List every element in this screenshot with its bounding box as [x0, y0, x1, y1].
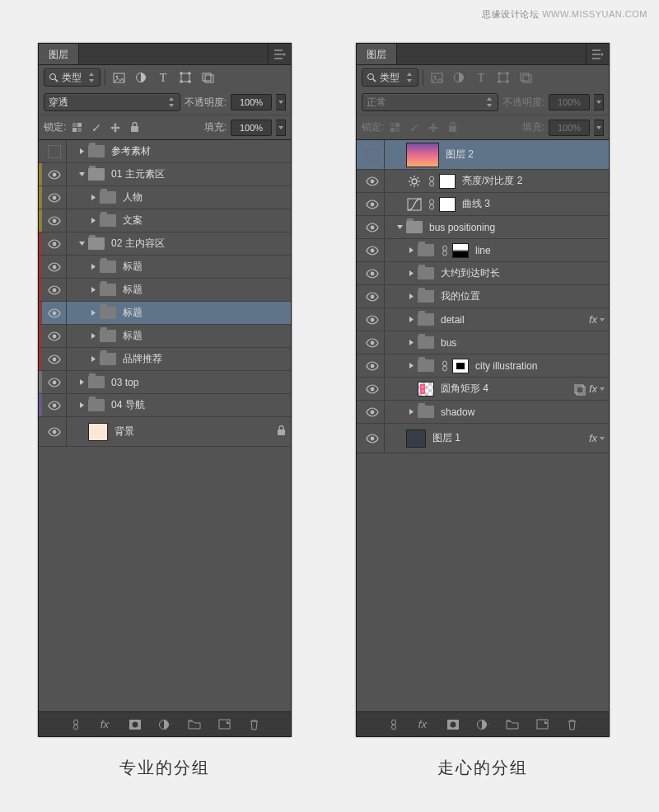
- layer-row[interactable]: 品牌推荐: [39, 348, 291, 371]
- layer-name[interactable]: shadow: [441, 406, 609, 418]
- disclosure-icon[interactable]: [88, 217, 98, 224]
- disclosure-icon[interactable]: [77, 240, 86, 247]
- filter-image-icon[interactable]: [110, 69, 128, 86]
- filter-text-icon[interactable]: T: [154, 69, 172, 86]
- filter-text-icon[interactable]: T: [472, 69, 490, 86]
- layer-name[interactable]: 标题: [123, 260, 291, 274]
- layer-name[interactable]: 标题: [123, 306, 291, 320]
- disclosure-icon[interactable]: [395, 223, 404, 231]
- visibility-toggle[interactable]: [360, 354, 385, 377]
- layer-row[interactable]: 标题: [39, 279, 291, 302]
- disclosure-icon[interactable]: [77, 378, 86, 386]
- disclosure-icon[interactable]: [77, 171, 86, 178]
- fx-menu-icon[interactable]: fx.: [415, 718, 432, 730]
- link-layers-icon[interactable]: [386, 719, 402, 730]
- visibility-toggle[interactable]: [42, 140, 67, 162]
- lock-move-icon[interactable]: [426, 120, 441, 135]
- filter-shape-icon[interactable]: [494, 69, 512, 86]
- filter-adjust-icon[interactable]: [450, 69, 468, 86]
- disclosure-icon[interactable]: [406, 339, 416, 346]
- panel-tab-layers[interactable]: 图层: [357, 44, 397, 64]
- layer-name[interactable]: city illustration: [475, 360, 609, 372]
- disclosure-icon[interactable]: [406, 408, 416, 415]
- disclosure-icon[interactable]: [88, 263, 98, 270]
- layer-name[interactable]: 背景: [115, 425, 277, 439]
- visibility-toggle[interactable]: [360, 262, 385, 284]
- visibility-toggle[interactable]: [360, 140, 385, 169]
- layer-row[interactable]: 04 导航: [39, 394, 291, 417]
- disclosure-icon[interactable]: [406, 362, 416, 369]
- layer-name[interactable]: 02 主内容区: [111, 237, 291, 251]
- new-layer-icon[interactable]: [534, 719, 550, 730]
- layer-row[interactable]: 圆角矩形 4 fx: [357, 378, 609, 401]
- visibility-toggle[interactable]: [42, 279, 67, 301]
- disclosure-icon[interactable]: [406, 316, 416, 323]
- layer-name[interactable]: 大约到达时长: [441, 266, 609, 280]
- panel-menu-icon[interactable]: [268, 44, 291, 64]
- opacity-value[interactable]: 100%: [231, 94, 272, 110]
- layer-row[interactable]: 人物: [39, 186, 291, 209]
- filter-smart-icon[interactable]: [199, 69, 217, 86]
- layer-row[interactable]: 标题: [39, 256, 291, 279]
- visibility-toggle[interactable]: [42, 256, 67, 278]
- filter-adjust-icon[interactable]: [132, 69, 150, 86]
- fx-badge[interactable]: fx: [589, 432, 605, 444]
- delete-layer-icon[interactable]: [245, 719, 262, 730]
- fx-menu-icon[interactable]: fx.: [97, 718, 114, 730]
- layer-row[interactable]: 图层 1 fx: [357, 424, 609, 453]
- visibility-toggle[interactable]: [42, 394, 67, 416]
- disclosure-icon[interactable]: [77, 148, 86, 155]
- layer-name[interactable]: bus: [441, 337, 609, 349]
- visibility-toggle[interactable]: [360, 285, 385, 307]
- new-layer-icon[interactable]: [216, 719, 232, 730]
- visibility-toggle[interactable]: [360, 216, 385, 238]
- fill-dropdown-icon[interactable]: [276, 120, 286, 136]
- layer-row[interactable]: city illustration: [357, 354, 609, 378]
- layer-row[interactable]: 背景: [39, 417, 291, 447]
- layer-row[interactable]: 01 主元素区: [39, 163, 291, 186]
- visibility-toggle[interactable]: [42, 348, 67, 370]
- layer-name[interactable]: 曲线 3: [462, 197, 609, 211]
- layer-row[interactable]: bus positioning: [357, 216, 609, 239]
- layer-row[interactable]: 02 主内容区: [39, 232, 291, 256]
- layer-name[interactable]: 标题: [123, 283, 291, 297]
- layer-name[interactable]: bus positioning: [429, 222, 609, 233]
- disclosure-icon[interactable]: [406, 270, 416, 277]
- layer-row[interactable]: 图层 2: [357, 140, 609, 170]
- fx-badge[interactable]: fx: [589, 383, 605, 395]
- visibility-toggle[interactable]: [42, 371, 67, 393]
- layer-row[interactable]: 标题: [39, 302, 291, 325]
- layer-row[interactable]: 标题: [39, 325, 291, 348]
- visibility-toggle[interactable]: [360, 378, 385, 400]
- layer-name[interactable]: 参考素材: [111, 144, 291, 158]
- visibility-toggle[interactable]: [360, 424, 385, 453]
- layer-row[interactable]: bus: [357, 331, 609, 354]
- visibility-toggle[interactable]: [360, 331, 385, 354]
- layer-row[interactable]: 03 top: [39, 371, 291, 394]
- layer-name[interactable]: 图层 2: [446, 148, 609, 162]
- mask-icon[interactable]: [127, 719, 143, 730]
- layer-name[interactable]: 人物: [123, 190, 291, 204]
- layer-name[interactable]: 04 导航: [111, 398, 291, 412]
- link-layers-icon[interactable]: [68, 719, 84, 730]
- layer-name[interactable]: 亮度/对比度 2: [462, 174, 609, 188]
- disclosure-icon[interactable]: [77, 401, 86, 409]
- mask-icon[interactable]: [445, 719, 461, 730]
- disclosure-icon[interactable]: [406, 293, 416, 300]
- visibility-toggle[interactable]: [360, 239, 385, 261]
- new-group-icon[interactable]: [504, 719, 521, 730]
- layer-row[interactable]: 文案: [39, 209, 291, 232]
- new-group-icon[interactable]: [186, 719, 203, 730]
- layer-name[interactable]: 品牌推荐: [123, 352, 291, 366]
- lock-brush-icon[interactable]: [407, 120, 422, 135]
- disclosure-icon[interactable]: [88, 194, 98, 201]
- layer-name[interactable]: 01 主元素区: [111, 167, 291, 181]
- visibility-toggle[interactable]: [42, 302, 67, 324]
- panel-menu-icon[interactable]: [586, 44, 609, 64]
- visibility-toggle[interactable]: [42, 163, 67, 185]
- layer-row[interactable]: 参考素材: [39, 140, 291, 163]
- layer-row[interactable]: 大约到达时长: [357, 262, 609, 285]
- layer-name[interactable]: 文案: [123, 214, 291, 228]
- layer-name[interactable]: 圆角矩形 4: [441, 382, 573, 396]
- visibility-toggle[interactable]: [42, 232, 67, 255]
